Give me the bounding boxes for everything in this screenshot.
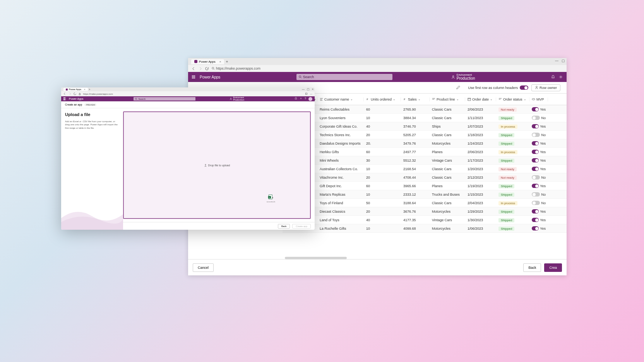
status-badge: Shipped [498, 159, 514, 163]
tab-title: Power Apps [69, 88, 81, 90]
more-icon[interactable]: ⋯ [310, 92, 312, 95]
mvp-toggle[interactable] [532, 226, 539, 231]
search-icon [212, 67, 215, 70]
mvp-toggle[interactable] [532, 192, 540, 196]
lock-icon [79, 93, 81, 95]
settings-icon[interactable] [559, 75, 563, 79]
settings-icon[interactable] [300, 97, 302, 100]
mvp-toggle[interactable] [532, 175, 540, 179]
table-row[interactable]: Lyon Souveniers103884.34Classic Cars1/11… [283, 114, 567, 122]
row-owner-button[interactable]: Row owner [531, 84, 560, 91]
mvp-toggle[interactable] [532, 218, 539, 222]
status-badge: Shipped [498, 184, 514, 188]
table-row[interactable]: Herkku Gifts602497.77Planes2/06/2023In p… [283, 148, 567, 156]
cell-product: Classic Cars [430, 167, 465, 171]
calendar-icon [468, 97, 471, 101]
new-tab-icon[interactable]: + [89, 88, 91, 91]
mvp-toggle[interactable] [532, 184, 539, 188]
create-button[interactable]: Crea [544, 263, 562, 272]
col-sales[interactable]: #Sales⌄ [401, 97, 430, 101]
mvp-toggle[interactable] [532, 201, 540, 205]
col-units[interactable]: #Units ordered⌄ [364, 97, 401, 101]
environment-picker[interactable]: EnvironmentProduction [451, 73, 475, 81]
mvp-toggle[interactable] [532, 150, 539, 154]
table-row[interactable]: Technics Stores Inc.205205.27Classic Car… [283, 131, 567, 139]
table-row[interactable]: 10251Diecast Classics203676.76Motorcycle… [283, 207, 567, 216]
col-customer[interactable]: Customer name⌄ [317, 97, 364, 101]
foreground-window: Power Apps × + — ▢ × https://make.powera… [61, 87, 315, 230]
mvp-toggle[interactable] [532, 158, 539, 162]
maximize-icon[interactable]: ▢ [307, 88, 310, 91]
cell-mvp: Yes [529, 158, 548, 162]
maximize-icon[interactable]: ▢ [562, 59, 565, 63]
tab-close-icon[interactable]: × [84, 88, 86, 90]
minimize-icon[interactable]: — [555, 59, 558, 63]
nav-forward-icon[interactable] [199, 67, 202, 70]
dropzone[interactable]: Drop file to upload X accounts.xls [123, 111, 311, 219]
cancel-button[interactable]: Cancel [65, 224, 79, 229]
cell-customer: Daedalus Designs Imports [317, 142, 364, 145]
refresh-icon[interactable] [205, 67, 209, 70]
notification-icon[interactable] [295, 97, 297, 100]
global-search[interactable]: Search [134, 97, 195, 101]
mvp-toggle[interactable] [532, 209, 539, 213]
back-button[interactable]: Back [523, 263, 541, 272]
mvp-toggle[interactable] [532, 133, 540, 137]
table-row[interactable]: Corporate Gift Ideas Co.403746.70Ships1/… [283, 122, 567, 131]
col-date[interactable]: Order date⌄ [465, 97, 496, 101]
window-controls: — ▢ × [302, 88, 313, 91]
use-first-row-toggle[interactable]: Use first row as column headers [468, 85, 528, 90]
waffle-icon[interactable] [63, 97, 66, 100]
refresh-icon[interactable] [74, 92, 76, 95]
back-button[interactable]: Back [278, 224, 290, 229]
col-product[interactable]: Product line⌄ [430, 97, 465, 101]
breadcrumb-text: Create an app [65, 103, 82, 106]
table-row[interactable]: Daedalus Designs Imports20.3479.76Motorc… [283, 139, 567, 148]
mvp-toggle[interactable] [532, 107, 539, 111]
cell-sales: 2168.54 [401, 167, 430, 171]
table-row[interactable]: 10263Land of Toys404177.35Vintage Cars1/… [283, 216, 567, 224]
help-icon[interactable]: ? [305, 97, 306, 101]
mvp-toggle[interactable] [532, 124, 539, 128]
cell-date: 1/11/2023 [465, 116, 496, 120]
mvp-toggle[interactable] [532, 141, 539, 145]
environment-icon [451, 75, 455, 79]
nav-forward-icon[interactable] [69, 92, 71, 95]
cell-sales: 2765.90 [401, 108, 430, 111]
url-text[interactable]: https://make.powerapps.com [83, 93, 113, 95]
edit-icon[interactable] [456, 85, 460, 90]
col-mvp[interactable]: MVP [529, 97, 548, 101]
cancel-button[interactable]: Cancel [193, 263, 214, 272]
minimize-icon[interactable]: — [302, 88, 305, 91]
table-row[interactable]: Toys of Finland503188.64Classic Cars2/04… [283, 199, 567, 207]
global-search[interactable]: Search [296, 74, 392, 80]
close-icon[interactable]: × [312, 88, 313, 91]
environment-picker[interactable]: EnvironmentProduction [230, 97, 244, 101]
cell-date: 1/18/2023 [465, 133, 496, 137]
extension-icon[interactable] [305, 92, 308, 95]
mvp-toggle[interactable] [532, 116, 540, 120]
notification-icon[interactable] [551, 75, 555, 79]
col-status[interactable]: Order status⌄ [496, 97, 529, 101]
browser-tab[interactable]: Power Apps × [63, 88, 88, 91]
cell-sales: 3746.70 [401, 125, 430, 128]
table-row[interactable]: Australian Collectors Co.102168.54Classi… [283, 165, 567, 173]
nav-back-icon[interactable] [63, 92, 66, 95]
new-tab-icon[interactable]: + [226, 60, 228, 64]
cell-sales: 2497.77 [401, 150, 430, 154]
avatar[interactable] [308, 97, 312, 101]
table-row[interactable]: Gift Depot Inc.603965.66Planes1/19/2023S… [283, 182, 567, 190]
browser-tab[interactable]: Power Apps × [191, 59, 224, 64]
mvp-toggle[interactable] [532, 167, 539, 171]
toggle-switch[interactable] [520, 85, 528, 90]
tab-close-icon[interactable]: × [219, 60, 221, 63]
table-row[interactable]: Reims Collectables602765.90Classic Cars2… [283, 105, 567, 114]
table-row[interactable]: Mini Wheels305512.32Vintage Cars1/17/202… [283, 156, 567, 165]
nav-back-icon[interactable] [192, 67, 195, 70]
table-row[interactable]: Vitachrome Inc.204708.44Classic Cars2/12… [283, 173, 567, 182]
address-bar[interactable]: https://make.powerapps.com [212, 67, 563, 70]
waffle-icon[interactable] [192, 75, 195, 79]
status-badge: Shipped [498, 193, 514, 197]
table-row[interactable]: 10275La Rochelle Gifts104099.68Motorcycl… [283, 224, 567, 233]
table-row[interactable]: Marta's Replicas102333.12Trucks and Buse… [283, 190, 567, 199]
